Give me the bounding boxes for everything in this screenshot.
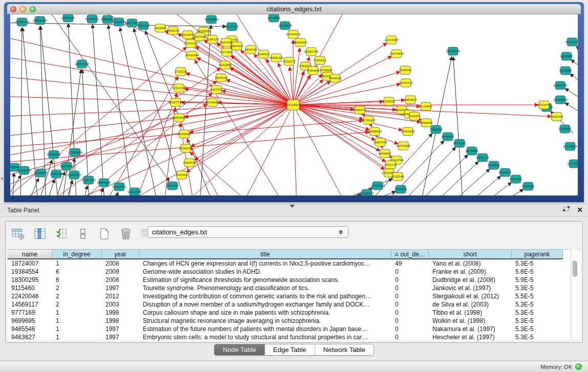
table-cell[interactable]: Tourette syndrome. Phenomenology and cla… [139, 284, 391, 292]
graph-node[interactable]: 7955812 [314, 56, 326, 64]
delete-column-icon[interactable] [118, 227, 134, 241]
graph-node[interactable]: 9242848 [219, 61, 232, 69]
graph-node[interactable]: 1593855 [538, 101, 551, 109]
graph-edge[interactable] [10, 105, 293, 117]
graph-node[interactable]: 21053346 [75, 60, 89, 68]
graph-node[interactable]: 2935114 [476, 154, 489, 162]
graph-edge[interactable] [570, 74, 578, 91]
table-cell[interactable]: Estimation of significance thresholds fo… [139, 276, 391, 284]
table-select[interactable]: citations_edges.txt [147, 226, 349, 238]
show-columns-icon[interactable] [32, 227, 48, 241]
table-cell[interactable]: Yano et al. (2008) [429, 259, 512, 268]
graph-node[interactable]: 16046756 [179, 144, 193, 152]
row-options-icon[interactable] [75, 227, 91, 241]
graph-node[interactable]: 7857224 [226, 23, 238, 31]
tab-node-table[interactable]: Node Table [214, 344, 265, 355]
graph-node[interactable]: 10719155 [112, 18, 126, 26]
table-cell[interactable]: 6 [52, 276, 102, 284]
graph-node[interactable]: 7663822 [154, 24, 167, 32]
graph-edge[interactable] [114, 192, 118, 195]
graph-node[interactable]: 21055724 [15, 18, 29, 26]
graph-node[interactable]: 12505123 [67, 171, 81, 179]
table-cell[interactable]: Estimation of the future numbers of pati… [139, 325, 391, 333]
graph-edge[interactable] [565, 103, 578, 121]
graph-node[interactable]: 22420046 [185, 51, 199, 59]
table-cell[interactable]: Corpus callosum shape and size in male p… [139, 309, 391, 317]
table-cell[interactable]: 0 [391, 284, 429, 292]
table-cell[interactable]: 2 [52, 292, 102, 300]
graph-node[interactable]: 9175685 [221, 48, 233, 56]
graph-node[interactable]: 12103404 [563, 142, 577, 150]
table-cell[interactable]: 5.5E-5 [512, 292, 563, 300]
graph-edge[interactable] [179, 105, 293, 195]
table-cell[interactable]: 0 [391, 292, 429, 300]
graph-node[interactable]: 7515526 [137, 21, 150, 30]
graph-node[interactable]: 9857791 [166, 182, 179, 190]
column-header-year[interactable]: year [102, 249, 139, 259]
scrollbar-thumb[interactable] [572, 260, 577, 277]
table-cell[interactable]: 2 [52, 300, 102, 309]
table-cell[interactable]: 2 [52, 284, 102, 292]
float-panel-icon[interactable] [563, 207, 570, 213]
table-cell[interactable]: Franke et al. (2009) [429, 268, 512, 276]
graph-node[interactable]: 6679197 [453, 139, 466, 147]
graph-node[interactable]: 8454749 [245, 46, 257, 54]
table-cell[interactable]: Nakamura et al. (1997) [429, 325, 512, 333]
table-cell[interactable]: de Silva et al. (2003) [429, 300, 512, 309]
table-cell[interactable]: 22420046 [8, 292, 52, 300]
close-panel-icon[interactable]: ✕ [577, 206, 583, 213]
graph-node[interactable]: 12975115 [399, 79, 413, 87]
column-header-in_degree[interactable]: in_degree [52, 249, 102, 259]
graph-node[interactable]: 1646201 [510, 175, 522, 183]
graph-edge[interactable] [297, 194, 361, 195]
graph-edge[interactable] [571, 60, 578, 77]
graph-node[interactable]: 10653287 [61, 14, 75, 22]
table-cell[interactable]: 9463627 [8, 333, 52, 341]
table-cell[interactable]: 5.3E-5 [512, 333, 563, 341]
graph-edge[interactable] [576, 46, 578, 63]
graph-node[interactable]: 12444134 [553, 96, 568, 104]
table-cell[interactable]: 0 [391, 300, 429, 309]
citation-graph[interactable]: 2105572420691406106532871527602184661601… [10, 14, 578, 195]
graph-edge[interactable] [45, 179, 55, 195]
graph-node[interactable]: 1681644 [551, 113, 563, 121]
table-row[interactable]: 969969511998Structural magnetic resonanc… [8, 317, 563, 325]
table-cell[interactable]: Tibbo et al. (1998) [429, 309, 512, 317]
table-cell[interactable]: 5.9E-5 [512, 276, 563, 284]
table-row[interactable]: 946362711997Embryonic stem cells: a mode… [8, 333, 563, 341]
graph-edge[interactable] [477, 183, 511, 195]
table-cell[interactable]: 14569117 [8, 300, 52, 309]
table-cell[interactable]: 5.3E-5 [512, 325, 563, 333]
table-cell[interactable]: 1 [52, 325, 102, 333]
graph-edge[interactable] [226, 80, 293, 105]
graph-edge[interactable] [133, 93, 177, 195]
graph-node[interactable]: 7932621 [488, 161, 500, 169]
graph-node[interactable]: 9884067 [379, 149, 391, 158]
graph-node[interactable]: 10688609 [367, 127, 382, 136]
memory-status-dot[interactable] [575, 363, 582, 370]
collapse-panel-arrow-icon[interactable] [1, 177, 3, 181]
graph-node[interactable]: 11156889 [17, 166, 31, 174]
table-row[interactable]: 1830029562008Estimation of significance … [8, 276, 563, 284]
column-header-title[interactable]: title [139, 249, 391, 259]
graph-node[interactable]: 16782753 [112, 183, 126, 191]
graph-node[interactable]: 9699695 [420, 119, 433, 127]
table-cell[interactable]: 1997 [102, 333, 139, 341]
graph-edge[interactable] [194, 105, 293, 160]
graph-node[interactable]: 20691406 [33, 16, 47, 25]
graph-node[interactable]: 2718126 [175, 68, 187, 76]
graph-node[interactable]: 16958107 [97, 179, 111, 187]
graph-node[interactable]: 1733426 [395, 185, 407, 193]
table-cell[interactable]: 0 [391, 333, 429, 341]
graph-node[interactable]: 15751074 [565, 38, 578, 46]
table-cell[interactable]: 1 [52, 317, 102, 325]
table-cell[interactable]: Hescheler et al. (1997) [429, 333, 512, 341]
column-header-pagerank[interactable]: pagerank [512, 249, 563, 259]
graph-node[interactable]: 8471670 [499, 168, 512, 177]
graph-node[interactable]: 7986372 [354, 106, 366, 114]
graph-edge[interactable] [445, 169, 490, 195]
table-cell[interactable]: Jankovic et al. (1997) [429, 284, 512, 292]
graph-node[interactable]: 9245012 [522, 182, 535, 190]
graph-edge[interactable] [41, 14, 169, 181]
table-cell[interactable]: 0 [391, 309, 429, 317]
